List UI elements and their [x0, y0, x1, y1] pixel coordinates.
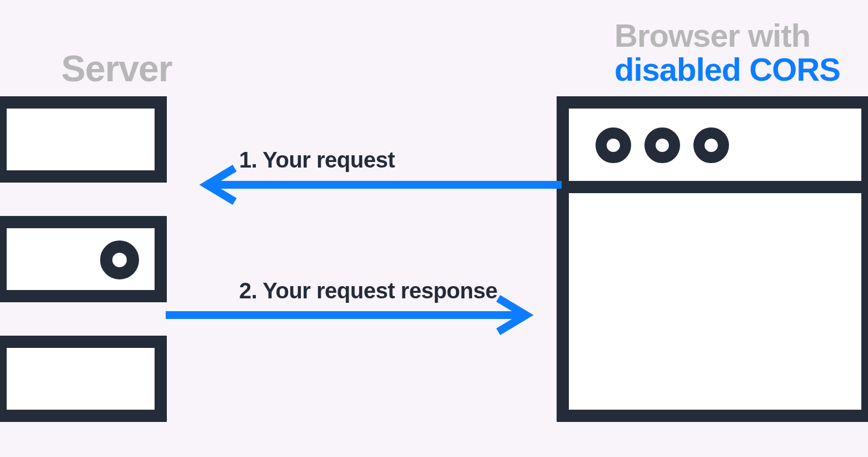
- response-arrow-label: 2. Your request response: [239, 278, 497, 303]
- browser-control-dot-icon: [596, 127, 631, 163]
- browser-title-line1: Browser with: [614, 19, 840, 53]
- browser-toolbar-divider: [569, 181, 861, 193]
- server-title: Server: [61, 47, 172, 90]
- server-unit-top: [0, 96, 167, 183]
- server-disk-indicator-icon: [100, 240, 139, 279]
- request-arrow-label: 1. Your request: [239, 148, 395, 173]
- response-arrow-icon: [166, 298, 533, 332]
- request-arrow-icon: [200, 168, 562, 202]
- browser-control-dot-icon: [644, 127, 680, 163]
- browser-title-line2: disabled CORS: [614, 53, 840, 87]
- server-unit-bottom: [0, 336, 167, 422]
- browser-control-dot-icon: [693, 127, 729, 163]
- browser-title: Browser with disabled CORS: [614, 19, 840, 87]
- server-unit-middle: [0, 216, 167, 302]
- browser-window: [557, 96, 868, 422]
